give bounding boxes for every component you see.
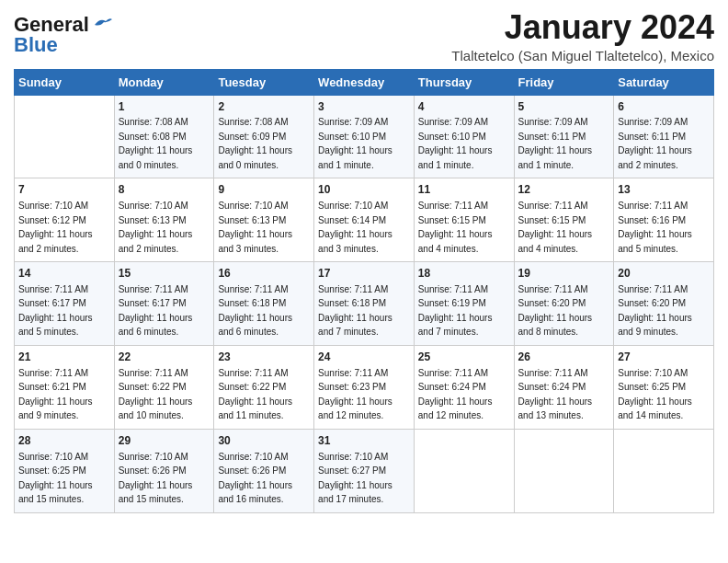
day-info: Sunrise: 7:08 AMSunset: 6:09 PMDaylight:…	[218, 117, 292, 170]
day-info: Sunrise: 7:09 AMSunset: 6:10 PMDaylight:…	[318, 117, 392, 170]
day-number: 24	[318, 350, 410, 365]
day-info: Sunrise: 7:11 AMSunset: 6:21 PMDaylight:…	[18, 368, 93, 421]
day-number: 13	[618, 182, 710, 198]
calendar-week-row: 1Sunrise: 7:08 AMSunset: 6:08 PMDaylight…	[15, 95, 714, 178]
month-title: January 2024	[451, 9, 714, 46]
day-number: 14	[18, 266, 110, 282]
day-number: 1	[119, 99, 210, 115]
day-number: 16	[218, 266, 310, 282]
day-info: Sunrise: 7:10 AMSunset: 6:13 PMDaylight:…	[119, 201, 193, 254]
day-info: Sunrise: 7:10 AMSunset: 6:13 PMDaylight:…	[218, 201, 292, 254]
day-info: Sunrise: 7:10 AMSunset: 6:12 PMDaylight:…	[18, 201, 93, 254]
logo-text-blue: Blue	[14, 33, 58, 57]
calendar-cell: 23Sunrise: 7:11 AMSunset: 6:22 PMDayligh…	[214, 345, 314, 429]
calendar-cell: 13Sunrise: 7:11 AMSunset: 6:16 PMDayligh…	[614, 178, 714, 262]
calendar-cell: 9Sunrise: 7:10 AMSunset: 6:13 PMDaylight…	[214, 178, 314, 262]
day-number: 2	[218, 99, 310, 115]
calendar-cell: 6Sunrise: 7:09 AMSunset: 6:11 PMDaylight…	[614, 95, 714, 178]
calendar-cell: 31Sunrise: 7:10 AMSunset: 6:27 PMDayligh…	[314, 429, 415, 512]
day-info: Sunrise: 7:11 AMSunset: 6:19 PMDaylight:…	[418, 284, 493, 338]
day-number: 31	[318, 433, 410, 449]
calendar-cell: 4Sunrise: 7:09 AMSunset: 6:10 PMDaylight…	[414, 95, 514, 178]
day-number: 5	[518, 99, 610, 115]
weekday-header-wednesday: Wednesday	[314, 69, 415, 95]
day-info: Sunrise: 7:11 AMSunset: 6:24 PMDaylight:…	[518, 368, 593, 421]
day-info: Sunrise: 7:11 AMSunset: 6:22 PMDaylight:…	[218, 368, 292, 421]
calendar-cell: 1Sunrise: 7:08 AMSunset: 6:08 PMDaylight…	[114, 95, 214, 178]
title-block: January 2024 Tlaltetelco (San Miguel Tla…	[451, 9, 714, 63]
calendar-week-row: 7Sunrise: 7:10 AMSunset: 6:12 PMDaylight…	[15, 178, 714, 262]
day-number: 3	[318, 99, 410, 115]
calendar-cell: 15Sunrise: 7:11 AMSunset: 6:17 PMDayligh…	[114, 262, 214, 346]
calendar-week-row: 14Sunrise: 7:11 AMSunset: 6:17 PMDayligh…	[15, 262, 714, 346]
day-number: 27	[618, 350, 710, 365]
day-number: 18	[418, 266, 510, 282]
day-number: 17	[318, 266, 410, 282]
calendar-cell: 7Sunrise: 7:10 AMSunset: 6:12 PMDaylight…	[15, 178, 115, 262]
weekday-header-row: SundayMondayTuesdayWednesdayThursdayFrid…	[15, 69, 714, 95]
calendar-cell: 27Sunrise: 7:10 AMSunset: 6:25 PMDayligh…	[614, 345, 714, 429]
calendar-cell: 18Sunrise: 7:11 AMSunset: 6:19 PMDayligh…	[414, 262, 514, 346]
day-number: 15	[119, 266, 210, 282]
calendar-cell: 25Sunrise: 7:11 AMSunset: 6:24 PMDayligh…	[414, 345, 514, 429]
calendar-cell: 5Sunrise: 7:09 AMSunset: 6:11 PMDaylight…	[514, 95, 614, 178]
day-number: 4	[418, 99, 510, 115]
logo: General Blue	[14, 13, 113, 57]
calendar-cell	[614, 429, 714, 512]
day-number: 29	[119, 433, 210, 449]
day-number: 8	[119, 182, 210, 198]
day-number: 7	[18, 182, 110, 198]
day-info: Sunrise: 7:10 AMSunset: 6:27 PMDaylight:…	[318, 452, 392, 505]
calendar-week-row: 28Sunrise: 7:10 AMSunset: 6:25 PMDayligh…	[15, 429, 714, 512]
location-title: Tlaltetelco (San Miguel Tlaltetelco), Me…	[451, 48, 714, 63]
calendar-cell: 29Sunrise: 7:10 AMSunset: 6:26 PMDayligh…	[114, 429, 214, 512]
day-info: Sunrise: 7:11 AMSunset: 6:22 PMDaylight:…	[119, 368, 193, 421]
calendar-cell: 3Sunrise: 7:09 AMSunset: 6:10 PMDaylight…	[314, 95, 415, 178]
day-number: 25	[418, 350, 510, 365]
calendar-cell: 2Sunrise: 7:08 AMSunset: 6:09 PMDaylight…	[214, 95, 314, 178]
day-info: Sunrise: 7:08 AMSunset: 6:08 PMDaylight:…	[119, 117, 193, 170]
calendar-cell: 21Sunrise: 7:11 AMSunset: 6:21 PMDayligh…	[15, 345, 115, 429]
day-info: Sunrise: 7:09 AMSunset: 6:11 PMDaylight:…	[518, 117, 593, 170]
page-header: General Blue January 2024 Tlaltetelco (S…	[14, 9, 714, 63]
day-number: 23	[218, 350, 310, 365]
day-number: 20	[618, 266, 710, 282]
day-number: 21	[18, 350, 110, 365]
day-number: 11	[418, 182, 510, 198]
calendar-cell: 24Sunrise: 7:11 AMSunset: 6:23 PMDayligh…	[314, 345, 415, 429]
day-info: Sunrise: 7:09 AMSunset: 6:10 PMDaylight:…	[418, 117, 493, 170]
day-number: 10	[318, 182, 410, 198]
day-number: 12	[518, 182, 610, 198]
day-info: Sunrise: 7:11 AMSunset: 6:18 PMDaylight:…	[318, 284, 392, 338]
day-info: Sunrise: 7:11 AMSunset: 6:15 PMDaylight:…	[518, 201, 593, 254]
day-info: Sunrise: 7:11 AMSunset: 6:24 PMDaylight:…	[418, 368, 493, 421]
day-info: Sunrise: 7:11 AMSunset: 6:15 PMDaylight:…	[418, 201, 493, 254]
day-info: Sunrise: 7:11 AMSunset: 6:23 PMDaylight:…	[318, 368, 392, 421]
day-info: Sunrise: 7:10 AMSunset: 6:26 PMDaylight:…	[218, 452, 292, 505]
day-info: Sunrise: 7:10 AMSunset: 6:14 PMDaylight:…	[318, 201, 392, 254]
calendar-table: SundayMondayTuesdayWednesdayThursdayFrid…	[14, 69, 714, 513]
calendar-cell: 26Sunrise: 7:11 AMSunset: 6:24 PMDayligh…	[514, 345, 614, 429]
day-info: Sunrise: 7:10 AMSunset: 6:25 PMDaylight:…	[18, 452, 93, 505]
calendar-cell: 30Sunrise: 7:10 AMSunset: 6:26 PMDayligh…	[214, 429, 314, 512]
weekday-header-saturday: Saturday	[614, 69, 714, 95]
day-info: Sunrise: 7:10 AMSunset: 6:25 PMDaylight:…	[618, 368, 692, 421]
calendar-cell: 10Sunrise: 7:10 AMSunset: 6:14 PMDayligh…	[314, 178, 415, 262]
calendar-cell	[15, 95, 115, 178]
weekday-header-tuesday: Tuesday	[214, 69, 314, 95]
calendar-cell: 17Sunrise: 7:11 AMSunset: 6:18 PMDayligh…	[314, 262, 415, 346]
day-info: Sunrise: 7:11 AMSunset: 6:20 PMDaylight:…	[618, 284, 692, 338]
calendar-cell: 20Sunrise: 7:11 AMSunset: 6:20 PMDayligh…	[614, 262, 714, 346]
day-info: Sunrise: 7:11 AMSunset: 6:20 PMDaylight:…	[518, 284, 593, 338]
day-number: 30	[218, 433, 310, 449]
day-info: Sunrise: 7:11 AMSunset: 6:16 PMDaylight:…	[618, 201, 692, 254]
calendar-cell: 16Sunrise: 7:11 AMSunset: 6:18 PMDayligh…	[214, 262, 314, 346]
weekday-header-sunday: Sunday	[15, 69, 115, 95]
logo-bird-icon	[93, 16, 113, 32]
calendar-week-row: 21Sunrise: 7:11 AMSunset: 6:21 PMDayligh…	[15, 345, 714, 429]
day-number: 28	[18, 433, 110, 449]
calendar-cell	[514, 429, 614, 512]
day-number: 6	[618, 99, 710, 115]
day-info: Sunrise: 7:09 AMSunset: 6:11 PMDaylight:…	[618, 117, 692, 170]
calendar-cell: 22Sunrise: 7:11 AMSunset: 6:22 PMDayligh…	[114, 345, 214, 429]
